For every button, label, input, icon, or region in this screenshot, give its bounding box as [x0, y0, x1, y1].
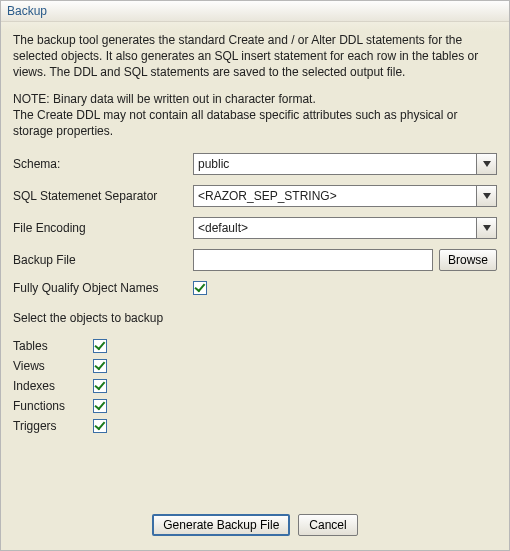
encoding-select[interactable]: <default>: [193, 217, 497, 239]
encoding-label: File Encoding: [13, 221, 193, 235]
indexes-checkbox[interactable]: [93, 379, 107, 393]
browse-button[interactable]: Browse: [439, 249, 497, 271]
triggers-checkbox[interactable]: [93, 419, 107, 433]
schema-label: Schema:: [13, 157, 193, 171]
content-area: The backup tool generates the standard C…: [1, 22, 509, 550]
schema-row: Schema: public: [13, 153, 497, 175]
qualify-label: Fully Qualify Object Names: [13, 281, 193, 295]
qualify-checkbox[interactable]: [193, 281, 207, 295]
views-row: Views: [13, 359, 497, 373]
note-text: NOTE: Binary data will be written out in…: [13, 91, 497, 140]
chevron-down-icon[interactable]: [477, 153, 497, 175]
triggers-row: Triggers: [13, 419, 497, 433]
schema-select[interactable]: public: [193, 153, 497, 175]
functions-label: Functions: [13, 399, 93, 413]
footer-buttons: Generate Backup File Cancel: [13, 506, 497, 542]
backup-file-row: Backup File Browse: [13, 249, 497, 271]
functions-checkbox[interactable]: [93, 399, 107, 413]
encoding-row: File Encoding <default>: [13, 217, 497, 239]
chevron-down-icon[interactable]: [477, 185, 497, 207]
backup-file-input[interactable]: [193, 249, 433, 271]
triggers-label: Triggers: [13, 419, 93, 433]
window-title: Backup: [1, 1, 509, 22]
indexes-label: Indexes: [13, 379, 93, 393]
tables-checkbox[interactable]: [93, 339, 107, 353]
backup-file-label: Backup File: [13, 253, 193, 267]
views-label: Views: [13, 359, 93, 373]
separator-select[interactable]: <RAZOR_SEP_STRING>: [193, 185, 497, 207]
description-text: The backup tool generates the standard C…: [13, 32, 497, 81]
indexes-row: Indexes: [13, 379, 497, 393]
objects-section-label: Select the objects to backup: [13, 311, 497, 325]
tables-label: Tables: [13, 339, 93, 353]
cancel-button[interactable]: Cancel: [298, 514, 357, 536]
views-checkbox[interactable]: [93, 359, 107, 373]
tables-row: Tables: [13, 339, 497, 353]
separator-select-value[interactable]: <RAZOR_SEP_STRING>: [193, 185, 477, 207]
backup-dialog: Backup The backup tool generates the sta…: [0, 0, 510, 551]
qualify-row: Fully Qualify Object Names: [13, 281, 497, 295]
separator-label: SQL Statemenet Separator: [13, 189, 193, 203]
chevron-down-icon[interactable]: [477, 217, 497, 239]
generate-button[interactable]: Generate Backup File: [152, 514, 290, 536]
separator-row: SQL Statemenet Separator <RAZOR_SEP_STRI…: [13, 185, 497, 207]
functions-row: Functions: [13, 399, 497, 413]
schema-select-value[interactable]: public: [193, 153, 477, 175]
encoding-select-value[interactable]: <default>: [193, 217, 477, 239]
